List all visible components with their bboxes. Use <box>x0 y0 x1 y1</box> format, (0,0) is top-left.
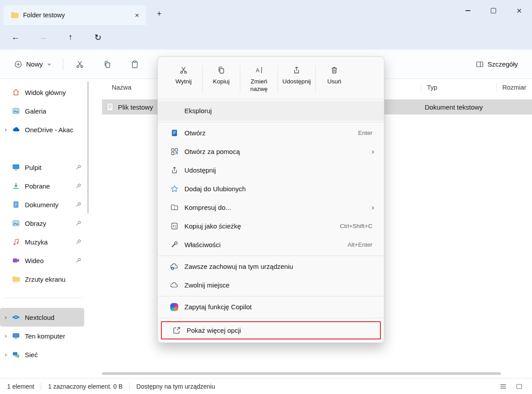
selection-status: 1 zaznaczony element. 0 B <box>48 383 122 390</box>
column-header-name[interactable]: Nazwa <box>112 84 131 91</box>
highlight-red-box: Pokaż więcej opcji <box>161 321 381 339</box>
context-menu: Wytnij Kopiuj A Zmień nazwę Udostępnij U… <box>157 56 384 343</box>
maximize-icon <box>491 8 496 13</box>
chevron-right-icon[interactable]: › <box>0 332 12 339</box>
menu-item-open[interactable]: Otwórz Enter <box>160 124 382 142</box>
menu-item-show-more-options[interactable]: Pokaż więcej opcji <box>162 322 380 339</box>
file-type: Dokument tekstowy <box>425 103 483 111</box>
new-button[interactable]: Nowy <box>9 56 57 72</box>
refresh-button[interactable]: ↻ <box>89 28 107 46</box>
menu-item-add-to-favorites[interactable]: Dodaj do Ulubionych <box>160 180 382 198</box>
submenu-chevron-icon: › <box>372 203 374 212</box>
chevron-right-icon[interactable]: › <box>0 351 12 358</box>
documents-icon <box>12 201 20 209</box>
maximize-button[interactable] <box>481 0 506 21</box>
menu-item-properties[interactable]: Właściwości Alt+Enter <box>160 236 382 254</box>
menu-item-open-with[interactable]: Otwórz za pomocą › <box>160 142 382 161</box>
pin-icon <box>75 183 82 189</box>
sidebar-item-onedrive[interactable]: › OneDrive - Akac <box>0 120 84 139</box>
share-icon <box>292 66 301 75</box>
desktop-icon <box>12 163 20 171</box>
menu-item-always-keep-on-device[interactable]: Zawsze zachowuj na tym urządzeniu <box>160 257 382 276</box>
tab-close-button[interactable]: × <box>131 9 143 21</box>
column-header-size[interactable]: Rozmiar <box>502 84 526 91</box>
menu-item-copy-as-path[interactable]: Kopiuj jako ścieżkę Ctrl+Shift+C <box>160 217 382 236</box>
sidebar-item-this-pc[interactable]: › Ten komputer <box>0 327 84 345</box>
network-icon <box>12 351 20 359</box>
sidebar-item-pictures[interactable]: › Obrazy <box>0 214 84 232</box>
folder-icon <box>12 275 20 283</box>
notepad-icon <box>169 129 179 137</box>
pin-icon <box>75 201 82 208</box>
sidebar-item-music[interactable]: › Muzyka <box>0 232 84 251</box>
paste-button[interactable] <box>125 55 145 74</box>
copy-button[interactable] <box>97 55 117 74</box>
sidebar-item-downloads[interactable]: › Pobrane <box>0 177 84 195</box>
horizontal-scrollbar[interactable] <box>102 372 501 375</box>
menu-item-share[interactable]: Udostępnij <box>160 161 382 180</box>
sidebar-item-videos[interactable]: › Wideo <box>0 251 84 270</box>
minimize-button[interactable] <box>455 0 481 21</box>
sidebar-item-home[interactable]: › Widok główny <box>0 83 84 102</box>
star-icon <box>169 185 179 193</box>
plus-circle-icon <box>14 60 22 68</box>
copy-menu-button[interactable]: Kopiuj <box>203 62 240 96</box>
pin-icon <box>75 164 82 170</box>
menu-item-compress[interactable]: Kompresuj do... › <box>160 198 382 217</box>
onedrive-icon <box>12 126 20 134</box>
cut-button[interactable] <box>70 55 90 74</box>
rename-menu-button[interactable]: A Zmień nazwę <box>240 62 278 96</box>
sidebar-item-documents[interactable]: › Dokumenty <box>0 195 84 214</box>
cloud-icon <box>169 281 179 290</box>
sidebar-item-gallery[interactable]: › Galeria <box>0 102 84 120</box>
up-button[interactable]: ↑ <box>61 28 80 46</box>
sidebar-item-desktop[interactable]: › Pulpit <box>0 158 84 177</box>
pictures-icon <box>12 219 20 227</box>
sidebar-scrollbar[interactable] <box>87 81 89 213</box>
copilot-icon <box>170 303 178 311</box>
chevron-right-icon[interactable]: › <box>0 314 12 321</box>
cut-icon <box>179 66 188 75</box>
list-view-icon <box>500 383 506 390</box>
svg-text:A: A <box>256 67 259 74</box>
cut-icon <box>75 60 84 69</box>
status-bar: 1 element 1 zaznaczony element. 0 B Dost… <box>0 378 532 394</box>
details-pane-icon <box>476 60 484 68</box>
share-menu-button[interactable]: Udostępnij <box>278 62 315 96</box>
sidebar-item-nextcloud[interactable]: › Nextcloud <box>0 308 84 327</box>
new-tab-button[interactable]: + <box>153 7 166 20</box>
delete-menu-button[interactable]: Usuń <box>316 62 353 96</box>
folder-icon <box>11 11 19 19</box>
explorer-tab[interactable]: Folder testowy × <box>4 5 146 25</box>
large-icons-view-button[interactable] <box>513 381 525 392</box>
forward-button[interactable]: → <box>34 28 52 46</box>
details-button-label: Szczegóły <box>488 60 518 68</box>
window-controls: × <box>455 0 532 21</box>
details-view-button[interactable] <box>497 381 509 392</box>
pin-icon <box>75 239 82 245</box>
sidebar-item-network[interactable]: › Sieć <box>0 345 84 364</box>
computer-icon <box>12 332 20 340</box>
copy-icon <box>103 60 112 69</box>
menu-item-free-up-space[interactable]: Zwolnij miejsce <box>160 276 382 295</box>
item-count: 1 element <box>7 383 34 390</box>
cut-menu-button[interactable]: Wytnij <box>165 62 202 96</box>
text-file-icon <box>106 102 114 111</box>
gallery-icon <box>12 107 20 115</box>
copy-icon <box>217 66 226 75</box>
expand-options-icon <box>172 326 181 335</box>
copy-path-icon <box>169 222 179 230</box>
paste-icon <box>130 60 139 69</box>
minimize-icon <box>466 10 470 11</box>
menu-item-ask-copilot[interactable]: Zapytaj funkcję Copilot <box>160 298 382 316</box>
pin-icon <box>75 220 82 226</box>
details-button[interactable]: Szczegóły <box>470 56 523 72</box>
back-button[interactable]: ← <box>6 28 25 46</box>
column-header-type[interactable]: Typ <box>427 84 437 91</box>
compress-icon <box>169 203 179 212</box>
close-window-button[interactable]: × <box>506 0 532 21</box>
menu-item-explore[interactable]: Eksploruj <box>158 101 384 121</box>
chevron-right-icon[interactable]: › <box>0 126 12 133</box>
sidebar-item-screenshots[interactable]: › Zrzuty ekranu <box>0 270 84 288</box>
nextcloud-icon <box>12 313 20 321</box>
